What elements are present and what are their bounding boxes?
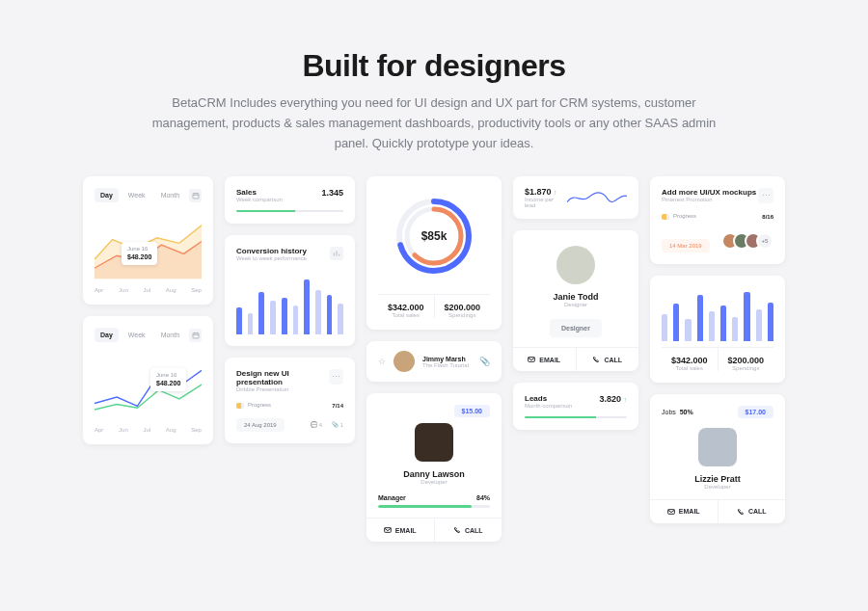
- lizzie-name: Lizzie Pratt: [662, 474, 773, 484]
- mockups-date: 14 Mar 2019: [662, 239, 710, 252]
- mockups-progress-value: 8/16: [762, 214, 773, 220]
- attachments-icon: 📎 1: [332, 421, 343, 428]
- avatar-lizzie: [698, 428, 737, 466]
- calendar-icon[interactable]: [189, 189, 202, 202]
- avatar-janie: [556, 246, 595, 284]
- mockups-subtitle: Pinterest Promotion: [662, 197, 756, 202]
- task-title: Design new UI presentation: [236, 369, 329, 386]
- role-chip[interactable]: Designer: [550, 319, 602, 337]
- task-card: Design new UI presentation Dribble Prese…: [225, 358, 355, 442]
- tab-month[interactable]: Month: [155, 188, 185, 202]
- manager-value: 84%: [476, 494, 490, 501]
- janie-role: Designer: [525, 302, 627, 307]
- svg-rect-1: [193, 333, 199, 338]
- lizzie-card: Jobs 50% $17.00 Lizzie Pratt Developer E…: [650, 394, 785, 523]
- mockups-progress-label: Progress: [662, 213, 696, 219]
- income-label: Income per lead: [525, 197, 557, 208]
- leads-value: 3.820: [599, 394, 621, 404]
- avatar-group[interactable]: +5: [721, 232, 773, 250]
- janie-card: Janie Todd Designer Designer EMAIL CALL: [513, 230, 638, 371]
- jobs-label: Jobs: [662, 409, 676, 415]
- tab-day-2[interactable]: Day: [95, 328, 119, 342]
- email-button[interactable]: EMAIL: [366, 518, 434, 542]
- comments-icon: 💬 4: [311, 421, 322, 428]
- email-button-3[interactable]: EMAIL: [650, 500, 718, 523]
- chart-card-2: Day Week Month June 16$48.200 Apr Jun Ju…: [83, 316, 213, 444]
- sales-card: Sales Week comparison 1.345: [225, 176, 355, 224]
- conv-title: Conversion history: [236, 247, 307, 255]
- lizzie-role: Developer: [662, 484, 773, 490]
- tab-week[interactable]: Week: [122, 188, 151, 202]
- email-button-2[interactable]: EMAIL: [513, 348, 576, 371]
- person-name: Danny Lawson: [378, 469, 490, 479]
- bars-chart-2: [662, 287, 773, 341]
- task-subtitle: Dribble Presentation: [236, 386, 329, 392]
- task-date: 24 Aug 2019: [236, 418, 285, 432]
- leads-progress: [525, 416, 627, 418]
- lizzie-price: $17.00: [738, 406, 773, 418]
- income-card: $1.870 ↑ Income per lead: [513, 176, 638, 219]
- tab-week-2[interactable]: Week: [122, 328, 151, 342]
- leads-title: Leads: [525, 394, 572, 403]
- sales-value: 1.345: [321, 188, 343, 198]
- avatar-danny: [415, 423, 453, 462]
- star-icon[interactable]: ☆: [378, 357, 386, 366]
- ring-value: $85k: [392, 194, 476, 279]
- sparkline: [567, 186, 627, 209]
- danny-card: $15.00 Danny Lawson Developer Manager 84…: [366, 393, 502, 542]
- income-value: $1.870 ↑: [525, 187, 557, 197]
- chart-callout-2: June 16$48.200: [150, 368, 186, 391]
- jobs-value: 50%: [680, 409, 693, 415]
- call-button-2[interactable]: CALL: [576, 348, 639, 371]
- ring-card: $85k $342.000Total sales $200.000Spendin…: [366, 176, 502, 330]
- mockups-title: Add more UI/UX mockups: [662, 188, 756, 197]
- manager-progress: [378, 505, 490, 508]
- chart-card-1: Day Week Month June 16$48.200 Apr Jun Ju…: [83, 176, 213, 305]
- manager-label: Manager: [378, 494, 406, 501]
- avatar: [393, 351, 415, 372]
- tutorial-name: Jimmy Marsh: [422, 356, 472, 362]
- chart-callout-1: June 16$48.200: [122, 242, 157, 265]
- more-icon[interactable]: ⋯: [329, 369, 343, 385]
- ring-chart: $85k: [392, 194, 476, 279]
- sales-subtitle: Week comparison: [236, 197, 283, 202]
- more-icon-2[interactable]: ⋯: [758, 188, 773, 203]
- progress-label: Progress: [236, 402, 271, 408]
- mockups-card: Add more UI/UX mockups Pinterest Promoti…: [650, 176, 785, 263]
- person-role: Developer: [378, 479, 490, 485]
- price-badge: $15.00: [454, 405, 490, 417]
- tutorial-card[interactable]: ☆ Jimmy Marsh The Flash Tutorial 📎: [366, 341, 502, 382]
- leads-subtitle: Month comparison: [525, 403, 572, 409]
- conversion-card: Conversion history Week to week performa…: [225, 235, 355, 346]
- tab-month-2[interactable]: Month: [155, 328, 185, 342]
- call-button[interactable]: CALL: [434, 518, 502, 542]
- sales-progress: [236, 210, 343, 212]
- janie-name: Janie Todd: [525, 292, 627, 302]
- page-subtitle: BetaCRM Includes everything you need for…: [135, 93, 733, 153]
- sales-title: Sales: [236, 188, 283, 197]
- svg-rect-0: [193, 194, 199, 199]
- calendar-icon-2[interactable]: [189, 329, 202, 342]
- conv-subtitle: Week to week performance: [236, 255, 307, 261]
- call-button-3[interactable]: CALL: [718, 500, 786, 523]
- bars-card-2: $342.000Total sales $200.000Spendings: [650, 276, 785, 383]
- attachment-icon: 📎: [479, 357, 490, 366]
- tab-day[interactable]: Day: [95, 188, 119, 202]
- chart-icon[interactable]: [330, 247, 343, 260]
- conversion-bars: [236, 273, 343, 334]
- tutorial-sub: The Flash Tutorial: [422, 362, 472, 368]
- page-title: Built for designers: [77, 48, 791, 84]
- progress-value: 7/14: [332, 403, 343, 409]
- leads-card: Leads Month comparison 3.820 ↑: [513, 383, 638, 430]
